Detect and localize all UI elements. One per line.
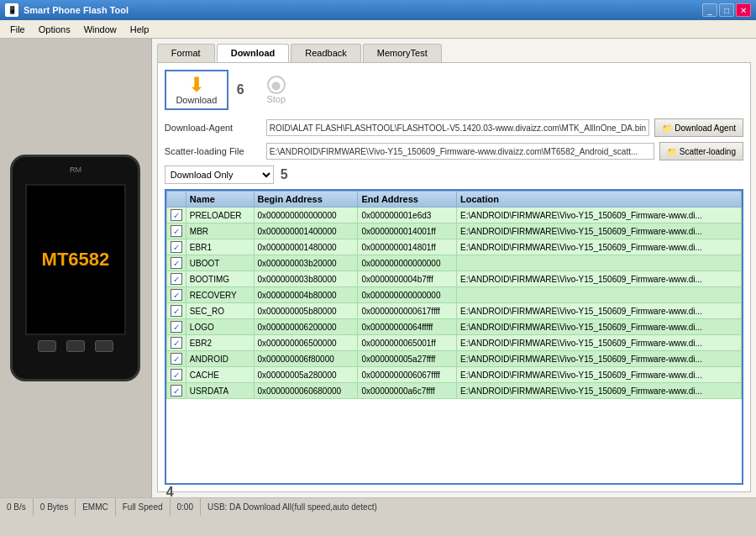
title-bar: 📱 Smart Phone Flash Tool _ □ ✕ [0, 0, 756, 20]
download-icon: ⬇ [188, 75, 205, 95]
col-check [166, 192, 186, 208]
row-checkbox[interactable]: ✓ [166, 367, 186, 383]
download-agent-row: Download-Agent ROID\ALAT FLASH\FLASHTOOL… [165, 118, 743, 137]
phone-buttons [38, 340, 113, 352]
row-checkbox[interactable]: ✓ [166, 208, 186, 223]
menu-file[interactable]: File [3, 23, 32, 36]
row-begin: 0x000000001400000 [254, 223, 358, 239]
download-agent-button[interactable]: 📁 Download Agent [654, 118, 743, 137]
row-begin: 0x000000001480000 [254, 239, 358, 255]
download-button[interactable]: ⬇ Download [165, 70, 228, 110]
menu-window[interactable]: Window [77, 23, 123, 36]
toolbar-row: ⬇ Download 6 ⬤ Stop [165, 70, 743, 110]
phone-btn-menu [95, 340, 113, 352]
row-begin: 0x000000003b80000 [254, 271, 358, 287]
scatter-btn-label: Scatter-loading [680, 147, 736, 156]
minimize-button[interactable]: _ [702, 3, 717, 17]
row-begin: 0x00000005a280000 [254, 367, 358, 383]
phone-brand: RM [70, 166, 81, 174]
row-end: 0x000000000000000 [358, 287, 457, 303]
row-name: UBOOT [186, 255, 254, 271]
row-end: 0x00000000a6c7ffff [358, 383, 457, 399]
row-name: PRELOADER [186, 208, 254, 223]
row-checkbox[interactable]: ✓ [166, 255, 186, 271]
col-end: End Address [358, 192, 457, 208]
step4-badge: 4 [166, 485, 174, 500]
status-storage: EMMC [76, 498, 116, 516]
window-controls[interactable]: _ □ ✕ [702, 3, 751, 17]
phone-panel: RM MT6582 [0, 39, 152, 497]
status-bar: 0 B/s 0 Bytes EMMC Full Speed 0:00 USB: … [0, 497, 756, 516]
download-agent-value: ROID\ALAT FLASH\FLASHTOOL\FLASHTOOL-V5.1… [270, 123, 646, 133]
table-row: ✓ANDROID0x000000006f800000x000000005a27f… [166, 351, 741, 367]
download-label: Download [176, 95, 217, 105]
status-bytes: 0 Bytes [34, 498, 76, 516]
table-row: ✓SEC_RO0x000000005b800000x0000000000617f… [166, 303, 741, 319]
row-checkbox[interactable]: ✓ [166, 303, 186, 319]
tab-memorytest[interactable]: MemoryTest [363, 44, 442, 62]
row-begin: 0x000000006200000 [254, 319, 358, 335]
row-begin: 0x0000000060680000 [254, 383, 358, 399]
row-location: E:\ANDROID\FIRMWARE\Vivo-Y15_150609_Firm… [457, 335, 742, 351]
row-location: E:\ANDROID\FIRMWARE\Vivo-Y15_150609_Firm… [457, 239, 742, 255]
app-icon: 📱 [5, 3, 18, 17]
tab-download[interactable]: Download [217, 44, 290, 62]
scatter-loading-row: Scatter-loading File E:\ANDROID\FIRMWARE… [165, 142, 743, 160]
firmware-table-wrap: Name Begin Address End Address Location … [165, 189, 743, 485]
folder-icon-2: 📁 [667, 147, 677, 156]
row-checkbox[interactable]: ✓ [166, 239, 186, 255]
row-location: E:\ANDROID\FIRMWARE\Vivo-Y15_150609_Firm… [457, 367, 742, 383]
maximize-button[interactable]: □ [719, 3, 734, 17]
menu-help[interactable]: Help [123, 23, 156, 36]
row-location [457, 287, 742, 303]
window-title: Smart Phone Flash Tool [24, 5, 697, 15]
row-end: 0x0000000065001ff [358, 335, 457, 351]
table-row: ✓MBR0x0000000014000000x0000000014001ffE:… [166, 223, 741, 239]
row-location: E:\ANDROID\FIRMWARE\Vivo-Y15_150609_Firm… [457, 319, 742, 335]
row-checkbox[interactable]: ✓ [166, 335, 186, 351]
table-row: ✓PRELOADER0x0000000000000000x000000001e6… [166, 208, 741, 223]
row-checkbox[interactable]: ✓ [166, 383, 186, 399]
row-checkbox[interactable]: ✓ [166, 287, 186, 303]
step5-badge: 5 [281, 167, 288, 182]
row-name: SEC_RO [186, 303, 254, 319]
row-location: E:\ANDROID\FIRMWARE\Vivo-Y15_150609_Firm… [457, 223, 742, 239]
table-row: ✓BOOTIMG0x000000003b800000x0000000004b7f… [166, 271, 741, 287]
row-begin: 0x000000003b20000 [254, 255, 358, 271]
row-checkbox[interactable]: ✓ [166, 223, 186, 239]
phone-model: MT6582 [42, 249, 110, 271]
phone-screen: MT6582 [25, 184, 126, 335]
close-button[interactable]: ✕ [736, 3, 751, 17]
row-begin: 0x000000004b80000 [254, 287, 358, 303]
row-location: E:\ANDROID\FIRMWARE\Vivo-Y15_150609_Firm… [457, 383, 742, 399]
phone-btn-home [66, 340, 85, 352]
table-row: ✓CACHE0x00000005a2800000x0000000006067ff… [166, 367, 741, 383]
row-begin: 0x000000005b80000 [254, 303, 358, 319]
firmware-table: Name Begin Address End Address Location … [166, 191, 742, 399]
status-transfer-rate: 0 B/s [0, 498, 34, 516]
tab-format[interactable]: Format [157, 44, 215, 62]
row-checkbox[interactable]: ✓ [166, 271, 186, 287]
scatter-input[interactable]: E:\ANDROID\FIRMWARE\Vivo-Y15_150609_Firm… [266, 143, 654, 160]
row-name: LOGO [186, 319, 254, 335]
download-mode-select[interactable]: Download Only Firmware Upgrade Format Al… [165, 166, 274, 184]
stop-button[interactable]: ⬤ Stop [253, 72, 300, 108]
scatter-loading-button[interactable]: 📁 Scatter-loading [659, 142, 743, 160]
row-begin: 0x000000000000000 [254, 208, 358, 223]
menu-options[interactable]: Options [32, 23, 77, 36]
row-name: CACHE [186, 367, 254, 383]
row-checkbox[interactable]: ✓ [166, 351, 186, 367]
row-location: E:\ANDROID\FIRMWARE\Vivo-Y15_150609_Firm… [457, 303, 742, 319]
folder-icon: 📁 [662, 123, 672, 133]
status-time: 0:00 [171, 498, 201, 516]
row-name: RECOVERY [186, 287, 254, 303]
scatter-value: E:\ANDROID\FIRMWARE\Vivo-Y15_150609_Firm… [270, 147, 638, 156]
row-end: 0x000000001e6d3 [358, 208, 457, 223]
row-end: 0x0000000014001ff [358, 223, 457, 239]
tab-bar: Format Download Readback MemoryTest [157, 44, 751, 62]
download-agent-input[interactable]: ROID\ALAT FLASH\FLASHTOOL\FLASHTOOL-V5.1… [266, 119, 649, 136]
tab-readback[interactable]: Readback [291, 44, 361, 62]
row-end: 0x0000000004b7fff [358, 271, 457, 287]
row-checkbox[interactable]: ✓ [166, 319, 186, 335]
stop-icon: ⬤ [267, 76, 286, 94]
